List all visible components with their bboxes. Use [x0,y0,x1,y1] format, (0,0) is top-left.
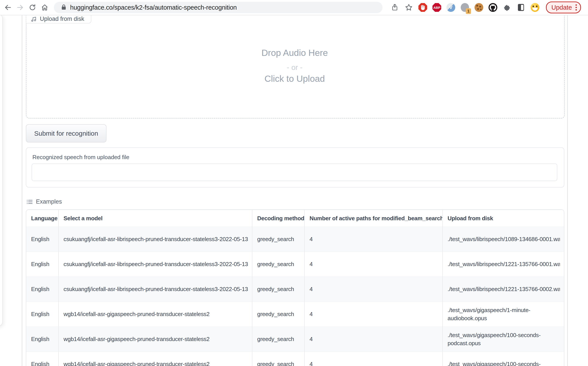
table-cell[interactable]: wgb14/icefall-asr-gigaspeech-pruned-tran… [59,352,252,366]
content-right-divider [567,15,568,366]
table-cell[interactable]: English [26,227,59,252]
table-cell[interactable]: 4 [304,227,443,252]
smiley-icon[interactable] [529,2,541,13]
table-row[interactable]: English wgb14/icefall-asr-gigaspeech-pru… [26,302,564,327]
column-header-language: Language [26,210,59,227]
abp-icon[interactable]: ABP [431,2,443,13]
table-cell[interactable]: 4 [304,277,443,302]
table-row[interactable]: English wgb14/icefall-asr-gigaspeech-pru… [26,327,564,352]
background-card-fragment [0,14,3,326]
table-cell[interactable]: 4 [304,327,443,352]
table-cell[interactable]: 4 [304,352,443,366]
table-cell[interactable]: wgb14/icefall-asr-gigaspeech-pruned-tran… [59,327,252,352]
content-left-divider [22,15,22,366]
examples-label: Examples [36,198,62,205]
tab-label: Upload from disk [40,15,84,22]
forward-icon[interactable] [14,1,26,14]
table-cell[interactable]: greedy_search [252,352,304,366]
table-cell[interactable]: greedy_search [252,252,304,277]
update-label: Update [551,4,572,11]
table-cell[interactable]: greedy_search [252,302,304,327]
tab-upload-from-disk[interactable]: Upload from disk [26,15,91,23]
table-cell[interactable]: ./test_wavs/gigaspeech/1-minute-audioboo… [443,302,564,327]
table-cell[interactable]: wgb14/icefall-asr-gigaspeech-pruned-tran… [59,302,252,327]
star-icon[interactable] [403,2,415,13]
browser-toolbar: huggingface.co/spaces/k2-fsa/automatic-s… [0,0,588,15]
kebab-menu-icon[interactable] [575,4,577,10]
table-cell[interactable]: greedy_search [252,277,304,302]
table-cell[interactable]: ./test_wavs/librispeech/1221-135766-0001… [443,252,564,277]
table-cell[interactable]: greedy_search [252,327,304,352]
table-cell[interactable]: ./test_wavs/gigaspeech/100-seconds- [443,352,564,366]
examples-header: Examples [26,198,62,205]
github-icon[interactable] [487,2,499,13]
browser-window: huggingface.co/spaces/k2-fsa/automatic-s… [0,0,588,366]
table-row[interactable]: English csukuangfj/icefall-asr-librispee… [26,252,564,277]
gray-extension-icon[interactable]: 1 [459,2,471,13]
home-icon[interactable] [38,1,51,14]
update-button[interactable]: Update [546,1,581,13]
share-icon[interactable] [389,2,400,13]
puzzle-icon[interactable] [501,2,513,13]
table-cell[interactable]: English [26,302,59,327]
table-cell[interactable]: csukuangfj/icefall-asr-librispeech-prune… [59,227,252,252]
table-cell[interactable]: English [26,277,59,302]
table-row[interactable]: English csukuangfj/icefall-asr-librispee… [26,277,564,302]
table-cell[interactable]: 4 [304,302,443,327]
table-cell[interactable]: csukuangfj/icefall-asr-librispeech-prune… [59,277,252,302]
table-cell[interactable]: greedy_search [252,227,304,252]
table-header-row: Language Select a model Decoding method … [26,210,564,227]
table-cell[interactable]: ./test_wavs/librispeech/1221-135766-0002… [443,277,564,302]
table-row[interactable]: English csukuangfj/icefall-asr-librispee… [26,227,564,252]
table-cell[interactable]: csukuangfj/icefall-asr-librispeech-prune… [59,252,252,277]
v-extension-icon[interactable]: V [445,2,457,13]
column-header-decoding: Decoding method [252,210,304,227]
audio-dropzone[interactable] [26,8,565,119]
sidebar-icon[interactable] [515,2,527,13]
table-cell[interactable]: English [26,352,59,366]
column-header-paths: Number of active paths for modified_beam… [304,210,443,227]
recognized-speech-textbox[interactable] [31,163,557,181]
table-cell[interactable]: ./test_wavs/librispeech/1089-134686-0001… [443,227,564,252]
recognized-speech-panel: Recognized speech from uploaded file [26,147,564,188]
extension-badge: 1 [466,8,471,14]
table-row[interactable]: English wgb14/icefall-asr-gigaspeech-pru… [26,352,564,366]
column-header-upload: Upload from disk [443,210,564,227]
examples-table: Language Select a model Decoding method … [26,209,564,366]
url-bar[interactable]: huggingface.co/spaces/k2-fsa/automatic-s… [54,2,383,13]
reload-icon[interactable] [26,1,38,14]
list-icon [26,198,33,205]
recognized-speech-label: Recognized speech from uploaded file [32,154,129,161]
table-cell[interactable]: English [26,327,59,352]
column-header-model: Select a model [59,210,252,227]
submit-for-recognition-button[interactable]: Submit for recognition [26,124,106,143]
toolbar-right-group: ABP V 1 Update [388,1,581,13]
table-cell[interactable]: 4 [304,252,443,277]
table-cell[interactable]: English [26,252,59,277]
table-cell[interactable]: ./test_wavs/gigaspeech/100-seconds-podca… [443,327,564,352]
cookie-icon[interactable] [473,2,485,13]
back-icon[interactable] [2,1,14,14]
adblock-icon[interactable] [417,2,429,13]
url-text[interactable]: huggingface.co/spaces/k2-fsa/automatic-s… [70,4,237,11]
music-note-icon [31,16,37,22]
lock-icon [61,4,67,11]
